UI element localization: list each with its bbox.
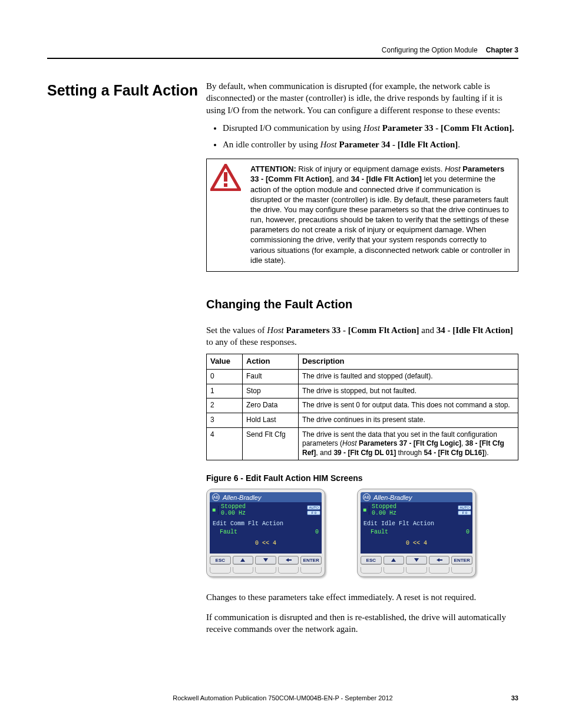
- screen-title: Edit Idle Flt Action: [363, 520, 470, 528]
- col-value: Value: [207, 354, 243, 370]
- subsection-heading: Changing the Fault Action: [206, 298, 518, 311]
- him-status-bar: ■Stopped0.00 HzAUTOF 0: [361, 502, 472, 518]
- enter-button[interactable]: ENTER: [300, 556, 322, 565]
- table-row: 4Send Flt CfgThe drive is sent the data …: [207, 427, 518, 460]
- value-num: 0: [315, 528, 319, 536]
- value-label: Fault: [213, 529, 237, 535]
- him-softkeys: [210, 567, 322, 574]
- him-brand-bar: ABAllen-Bradley: [361, 492, 472, 502]
- warning-triangle-icon: [210, 164, 241, 265]
- value-range: 0 << 4: [363, 539, 470, 548]
- attention-text: ATTENTION: Risk of injury or equipment d…: [250, 164, 512, 265]
- value-range: 0 << 4: [213, 539, 319, 548]
- running-header: Configuring the Option Module Chapter 3: [47, 46, 518, 54]
- fault-action-table: Value Action Description 0FaultThe drive…: [206, 354, 518, 460]
- list-item: An idle controller by using Host Paramet…: [223, 139, 518, 150]
- auto-badge: AUTO: [458, 505, 471, 510]
- intro-paragraph: By default, when communication is disrup…: [206, 80, 518, 116]
- him-brand-bar: ABAllen-Bradley: [210, 492, 322, 502]
- header-rule: [47, 58, 518, 59]
- status-freq: 0.00 Hz: [372, 510, 454, 516]
- enter-button[interactable]: ENTER: [451, 556, 472, 565]
- outro-1: Changes to these parameters take effect …: [206, 591, 518, 603]
- status-title: Stopped: [372, 503, 454, 510]
- status-indicator-icon: ■: [210, 506, 219, 515]
- down-button[interactable]: [255, 556, 276, 565]
- status-title: Stopped: [221, 503, 303, 510]
- him-brand: Allen-Bradley: [223, 494, 261, 501]
- change-intro: Set the values of Host Parameters 33 - […: [206, 324, 518, 348]
- left-button[interactable]: [278, 556, 299, 565]
- f0-badge: F 0: [458, 510, 471, 515]
- table-row: 3Hold LastThe drive continues in its pre…: [207, 413, 518, 427]
- ab-logo-icon: AB: [212, 493, 220, 501]
- attention-box: ATTENTION: Risk of injury or equipment d…: [206, 159, 518, 272]
- him-softkeys: [361, 567, 472, 574]
- down-button[interactable]: [406, 556, 427, 565]
- publication-id: Rockwell Automation Publication 750COM-U…: [173, 694, 392, 701]
- col-action: Action: [243, 354, 299, 370]
- table-row: 0FaultThe drive is faulted and stopped (…: [207, 370, 518, 384]
- page-number: 33: [511, 694, 518, 701]
- bullet-list: Disrupted I/O communication by using Hos…: [206, 122, 518, 151]
- esc-button[interactable]: ESC: [361, 556, 382, 565]
- him-brand: Allen-Bradley: [373, 494, 412, 501]
- header-chapter: Chapter 3: [486, 46, 518, 54]
- section-heading: Setting a Fault Action: [47, 83, 206, 641]
- left-button[interactable]: [429, 556, 450, 565]
- content-column: By default, when communication is disrup…: [206, 80, 518, 641]
- up-button[interactable]: [233, 556, 254, 565]
- outro-2: If communication is disrupted and then i…: [206, 611, 518, 635]
- col-description: Description: [299, 354, 518, 370]
- up-button[interactable]: [384, 556, 405, 565]
- page-footer: Rockwell Automation Publication 750COM-U…: [47, 694, 518, 701]
- status-indicator-icon: ■: [361, 506, 369, 515]
- value-label: Fault: [363, 529, 388, 535]
- auto-badge: AUTO: [307, 505, 320, 510]
- table-row: 1StopThe drive is stopped, but not fault…: [207, 384, 518, 398]
- esc-button[interactable]: ESC: [210, 556, 231, 565]
- him-device: ABAllen-Bradley■Stopped0.00 HzAUTOF 0Edi…: [357, 489, 476, 577]
- him-device: ABAllen-Bradley■Stopped0.00 HzAUTOF 0Edi…: [206, 489, 325, 577]
- svg-rect-0: [224, 172, 227, 182]
- f0-badge: F 0: [307, 510, 320, 515]
- screen-title: Edit Comm Flt Action: [213, 520, 319, 528]
- header-section: Configuring the Option Module: [382, 46, 478, 54]
- status-freq: 0.00 Hz: [221, 510, 303, 516]
- him-lcd: Edit Comm Flt Action Fault00 << 4: [210, 518, 322, 554]
- list-item: Disrupted I/O communication by using Hos…: [223, 122, 518, 134]
- table-row: 2Zero DataThe drive is sent 0 for output…: [207, 398, 518, 413]
- him-status-bar: ■Stopped0.00 HzAUTOF 0: [210, 502, 322, 518]
- figure-caption: Figure 6 - Edit Fault Action HIM Screens: [206, 473, 518, 483]
- value-num: 0: [466, 528, 470, 536]
- him-lcd: Edit Idle Flt Action Fault00 << 4: [361, 518, 472, 554]
- svg-rect-1: [224, 183, 227, 187]
- ab-logo-icon: AB: [363, 493, 371, 501]
